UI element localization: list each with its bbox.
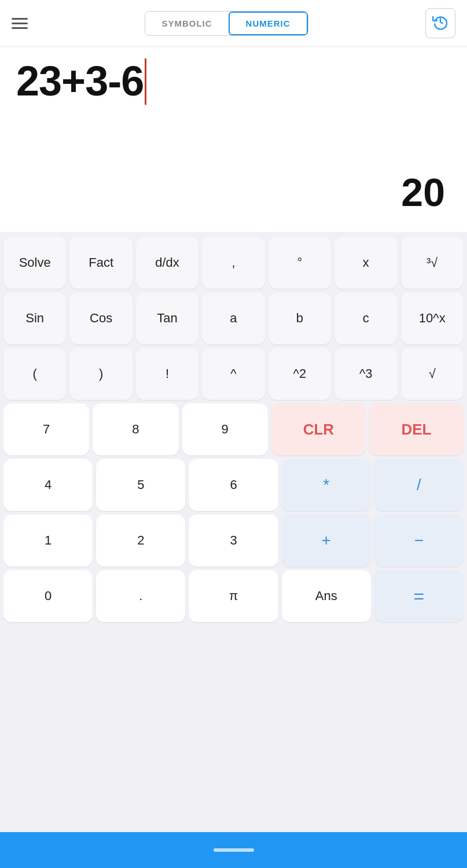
key-CLR[interactable]: CLR (271, 403, 366, 455)
key-_[interactable]: π (189, 570, 278, 622)
menu-button[interactable] (12, 18, 28, 29)
symbolic-mode-button[interactable]: SYMBOLIC (145, 13, 228, 34)
key-Cos[interactable]: Cos (69, 292, 132, 344)
key-row-5: 123+− (3, 514, 464, 567)
key-_3[interactable]: ^3 (334, 348, 397, 400)
key-_[interactable]: √ (401, 348, 464, 400)
key-row-4: 456*/ (3, 459, 464, 511)
key-row-6: 0.πAns= (3, 570, 464, 622)
key-a[interactable]: a (202, 292, 264, 344)
expression-area: 23+3-6 (16, 58, 451, 170)
key-2[interactable]: 2 (96, 514, 185, 567)
expression-text: 23+3-6 (16, 58, 144, 104)
mode-switcher: SYMBOLIC NUMERIC (145, 11, 308, 36)
key-Ans[interactable]: Ans (282, 570, 371, 622)
key-4[interactable]: 4 (3, 459, 93, 511)
key-_[interactable]: ° (269, 237, 331, 289)
key-__[interactable]: ³√ (401, 237, 464, 289)
bottom-handle (214, 848, 254, 852)
numeric-mode-button[interactable]: NUMERIC (229, 12, 308, 35)
key-9[interactable]: 9 (182, 403, 268, 455)
key-_[interactable]: / (374, 459, 464, 511)
key-row-3: 789CLRDEL (3, 403, 464, 455)
header: SYMBOLIC NUMERIC (0, 0, 467, 47)
key-_[interactable]: − (374, 514, 464, 567)
key-_[interactable]: ^ (202, 348, 264, 400)
key-5[interactable]: 5 (96, 459, 185, 511)
key-10_x[interactable]: 10^x (401, 292, 464, 344)
key-_[interactable]: . (96, 570, 185, 622)
key-_[interactable]: + (282, 514, 371, 567)
key-row-1: SinCosTanabc10^x (3, 292, 464, 344)
result-area: 20 (16, 170, 451, 226)
key-x[interactable]: x (334, 237, 397, 289)
cursor (145, 58, 146, 105)
bottom-bar (0, 832, 467, 868)
key-1[interactable]: 1 (3, 514, 93, 567)
key-Solve[interactable]: Solve (3, 237, 66, 289)
key-8[interactable]: 8 (93, 403, 178, 455)
key-3[interactable]: 3 (189, 514, 278, 567)
key-_[interactable]: , (202, 237, 264, 289)
key-DEL[interactable]: DEL (369, 403, 464, 455)
key-Fact[interactable]: Fact (69, 237, 132, 289)
history-button[interactable] (425, 8, 455, 38)
key-Tan[interactable]: Tan (136, 292, 198, 344)
key-_2[interactable]: ^2 (269, 348, 331, 400)
key-d_dx[interactable]: d/dx (136, 237, 198, 289)
display-area: 23+3-6 20 (0, 47, 467, 232)
key-7[interactable]: 7 (3, 403, 89, 455)
key-_[interactable]: * (282, 459, 371, 511)
result-text: 20 (401, 170, 445, 214)
key-0[interactable]: 0 (3, 570, 93, 622)
key-_[interactable]: ) (69, 348, 132, 400)
key-row-0: SolveFactd/dx,°x³√ (3, 237, 464, 289)
key-b[interactable]: b (269, 292, 331, 344)
key-6[interactable]: 6 (189, 459, 278, 511)
key-row-2: ()!^^2^3√ (3, 348, 464, 400)
key-c[interactable]: c (334, 292, 397, 344)
keyboard: SolveFactd/dx,°x³√SinCosTanabc10^x()!^^2… (0, 232, 467, 832)
key-_[interactable]: = (374, 570, 464, 622)
key-_[interactable]: ( (3, 348, 66, 400)
key-_[interactable]: ! (136, 348, 198, 400)
key-Sin[interactable]: Sin (3, 292, 66, 344)
history-icon (432, 14, 448, 32)
